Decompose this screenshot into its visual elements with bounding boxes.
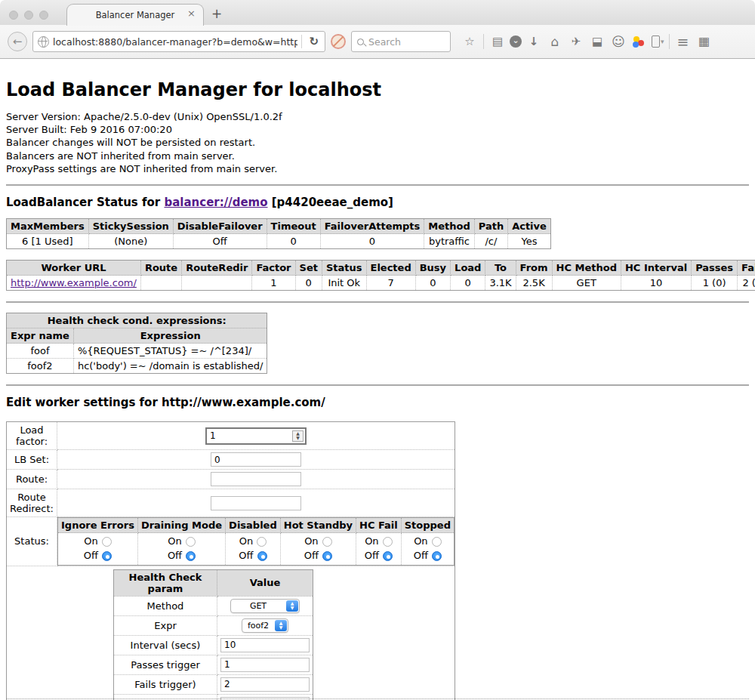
globe-icon: [38, 36, 49, 48]
stickysession-value: (None): [88, 234, 173, 249]
divider-3: [6, 384, 749, 386]
col-to: To: [485, 261, 516, 276]
status-label: Status:: [7, 517, 57, 566]
device-sync-group[interactable]: ▾: [652, 35, 664, 48]
draining-mode-on-radio[interactable]: [186, 537, 196, 547]
set-value: 0: [295, 276, 322, 291]
hc-interval-label: Interval (secs): [114, 635, 217, 655]
load-factor-input[interactable]: [207, 429, 291, 443]
disabled-on-radio[interactable]: [257, 537, 267, 547]
hc-passes-input[interactable]: [220, 658, 310, 672]
window-controls[interactable]: [9, 11, 48, 20]
route-input[interactable]: [211, 472, 301, 486]
inherit-note-line: Balancers are NOT inherited from main se…: [6, 150, 749, 162]
hc-fails-input[interactable]: [220, 677, 310, 692]
divider-2: [6, 301, 749, 303]
tab-groups-icon[interactable]: ▦: [695, 35, 713, 48]
col-status: Status: [322, 261, 366, 276]
new-tab-button[interactable]: +: [211, 6, 222, 21]
draining-mode-off-radio[interactable]: [186, 551, 196, 561]
send-tab-icon[interactable]: ✈: [567, 36, 585, 48]
url-bar[interactable]: localhost:8880/balancer-manager?b=demo&w…: [32, 31, 325, 52]
failoverattempts-value: 0: [320, 234, 424, 249]
downloads-icon[interactable]: ↓: [525, 36, 543, 48]
load-value: 0: [451, 276, 485, 291]
back-button[interactable]: ←: [8, 32, 27, 51]
stopped-off-radio[interactable]: [432, 551, 442, 561]
route-label: Route:: [7, 470, 57, 489]
balancer-status-heading: LoadBalancer Status for balancer://demo …: [6, 196, 749, 209]
disabled-options: On Off: [226, 533, 281, 566]
maxmembers-value: 6 [1 Used]: [7, 234, 89, 249]
stopped-on-radio[interactable]: [432, 537, 442, 547]
chat-smiley-icon[interactable]: ☺: [609, 35, 627, 48]
minimize-window-button[interactable]: [24, 11, 33, 20]
col-hc-interval: HC Interval: [621, 261, 691, 276]
stepper-arrows-icon[interactable]: ▲▼: [292, 430, 304, 442]
expr-value: %{REQUEST_STATUS} =~ /^[234]/: [73, 344, 267, 359]
hc-expr-label: Expr: [114, 615, 217, 635]
col-routeredir: RouteRedir: [182, 261, 252, 276]
tab-balancer-manager[interactable]: Balancer Manager ×: [66, 4, 204, 26]
hc-fail-on-radio[interactable]: [383, 537, 393, 547]
page-title: Load Balancer Manager for localhost: [6, 79, 749, 100]
server-built-line: Server Built: Feb 9 2016 07:00:20: [6, 124, 749, 135]
pocket-icon[interactable]: ⌄: [510, 35, 522, 48]
hc-fail-off-radio[interactable]: [383, 551, 393, 561]
hello-dots-icon[interactable]: [630, 35, 649, 48]
col-hc-fail: HC Fail: [356, 518, 402, 533]
route-redirect-input[interactable]: [211, 496, 301, 510]
col-elected: Elected: [366, 261, 415, 276]
col-expression: Expression: [73, 328, 267, 344]
bookmarks-menu-icon[interactable]: ▤: [488, 36, 507, 48]
expr-name: foof2: [7, 359, 74, 374]
tab-close-icon[interactable]: ×: [187, 8, 196, 18]
worker-url-link[interactable]: http://www.example.com/: [11, 277, 137, 288]
search-bar[interactable]: Search: [351, 31, 451, 52]
col-fails: Fails: [738, 261, 755, 276]
ignore-errors-off-radio[interactable]: [102, 551, 112, 561]
bookmark-star-icon[interactable]: ☆: [461, 36, 479, 48]
heading-suffix: [p4420eeae_demo]: [268, 196, 393, 209]
col-draining-mode: Draining Mode: [137, 518, 225, 533]
timeout-value: 0: [267, 234, 320, 249]
url-text[interactable]: localhost:8880/balancer-manager?b=demo&w…: [53, 36, 297, 48]
disablefailover-value: Off: [173, 234, 267, 249]
ignore-errors-on-radio[interactable]: [102, 537, 112, 547]
expr-row-foof: foof %{REQUEST_STATUS} =~ /^[234]/: [7, 344, 267, 359]
toolbar-separator: [483, 34, 484, 49]
hc-expr-select[interactable]: foof2 ▲▼: [242, 618, 288, 633]
col-route: Route: [140, 261, 181, 276]
route-redirect-row: Route Redirect:: [7, 489, 455, 517]
reload-icon[interactable]: ↻: [306, 35, 322, 48]
close-window-button[interactable]: [9, 11, 18, 20]
hc-fails-label: Fails trigger): [114, 674, 217, 694]
hc-interval-row: Interval (secs): [114, 635, 313, 655]
hc-method-value: GET: [552, 276, 621, 291]
chevron-down-icon[interactable]: ▾: [661, 38, 664, 45]
home-icon[interactable]: ⌂: [546, 35, 564, 48]
hc-interval-input[interactable]: [220, 638, 310, 652]
stopped-options: On Off: [401, 533, 454, 566]
off-label: Off: [168, 549, 182, 563]
hot-standby-on-radio[interactable]: [322, 537, 332, 547]
search-icon: [357, 39, 364, 45]
col-stopped: Stopped: [401, 518, 454, 533]
hc-method-select[interactable]: GET ▲▼: [230, 599, 300, 613]
load-factor-stepper[interactable]: ▲▼: [205, 427, 307, 445]
disabled-off-radio[interactable]: [257, 551, 267, 561]
col-factor: Factor: [252, 261, 295, 276]
col-busy: Busy: [415, 261, 450, 276]
zoom-window-button[interactable]: [39, 11, 48, 20]
adblock-icon[interactable]: [331, 34, 346, 49]
route-row: Route:: [7, 470, 455, 489]
tab-title: Balancer Manager: [96, 10, 175, 20]
hc-method-row: Method GET ▲▼: [114, 596, 313, 615]
col-hot-standby: Hot Standby: [280, 518, 356, 533]
lb-set-input[interactable]: [211, 452, 301, 467]
reader-panel-icon[interactable]: ⬓: [588, 36, 606, 48]
balancer-link[interactable]: balancer://demo: [164, 196, 267, 209]
menu-hamburger-icon[interactable]: ≡: [674, 35, 692, 49]
off-label: Off: [239, 549, 253, 563]
hot-standby-off-radio[interactable]: [322, 551, 332, 561]
